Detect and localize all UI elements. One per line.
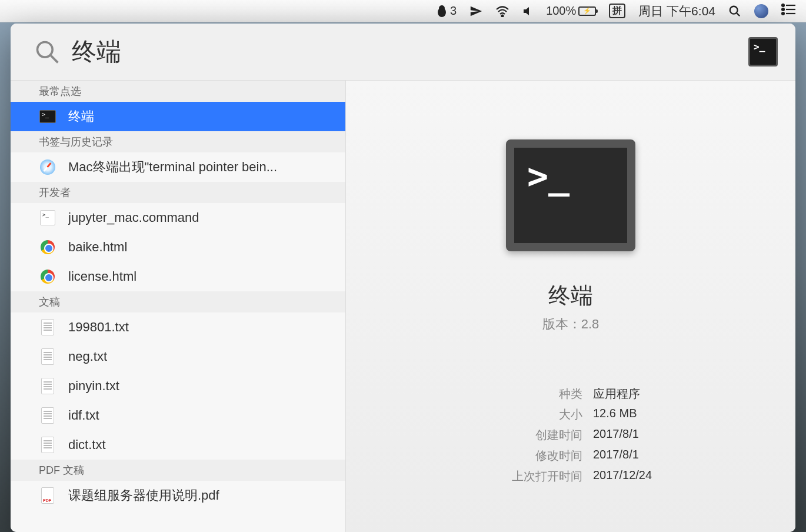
detail-label: 上次打开时间	[381, 468, 593, 484]
text-file-icon	[41, 348, 54, 365]
detail-row: 修改时间2017/8/1	[381, 448, 760, 464]
detail-row: 大小12.6 MB	[381, 407, 760, 423]
result-row[interactable]: >_终端	[11, 102, 345, 131]
svg-point-11	[38, 42, 53, 58]
section-header: 最常点选	[11, 81, 345, 102]
svg-line-4	[737, 12, 740, 16]
svg-point-2	[502, 15, 504, 16]
datetime[interactable]: 周日 下午6:04	[638, 3, 715, 19]
preview-title: 终端	[548, 281, 593, 311]
result-label: dict.txt	[68, 437, 106, 453]
qq-badge: 3	[450, 4, 457, 18]
result-row[interactable]: neg.txt	[11, 342, 345, 371]
result-label: baike.html	[68, 240, 127, 255]
chrome-icon	[41, 240, 55, 254]
section-header: 书签与历史记录	[11, 131, 345, 152]
svg-point-7	[782, 8, 784, 11]
preview-details: 种类应用程序大小12.6 MB创建时间2017/8/1修改时间2017/8/1上…	[346, 386, 795, 489]
result-row[interactable]: license.html	[11, 262, 345, 291]
section-header: PDF 文稿	[11, 460, 345, 481]
svg-point-1	[439, 5, 445, 11]
siri-icon[interactable]	[754, 4, 768, 18]
search-header: 终端 >_	[11, 24, 795, 80]
result-row[interactable]: idf.txt	[11, 401, 345, 430]
detail-value: 2017/8/1	[593, 448, 639, 464]
result-label: 终端	[68, 108, 94, 125]
results-panel: 最常点选>_终端书签与历史记录Mac终端出现"terminal pointer …	[11, 81, 346, 532]
detail-row: 创建时间2017/8/1	[381, 427, 760, 443]
terminal-app-icon: >_	[506, 139, 635, 251]
qq-status[interactable]: 3	[436, 4, 457, 18]
detail-label: 大小	[381, 407, 593, 423]
terminal-icon: >_	[39, 110, 56, 123]
detail-value: 2017/8/1	[593, 427, 639, 443]
result-row[interactable]: 199801.txt	[11, 312, 345, 342]
section-header: 开发者	[11, 182, 345, 203]
send-icon[interactable]	[469, 5, 482, 18]
command-file-icon	[40, 210, 55, 225]
svg-point-5	[782, 4, 784, 6]
notification-center-icon[interactable]	[781, 4, 795, 18]
preview-version: 版本：2.8	[542, 315, 599, 333]
spotlight-window: 终端 >_ 最常点选>_终端书签与历史记录Mac终端出现"terminal po…	[11, 24, 795, 532]
result-label: idf.txt	[68, 408, 99, 423]
battery-status[interactable]: 100% ⚡	[546, 4, 596, 18]
preview-panel: >_ 终端 版本：2.8 种类应用程序大小12.6 MB创建时间2017/8/1…	[346, 81, 795, 532]
text-file-icon	[41, 319, 54, 335]
result-label: 199801.txt	[68, 320, 129, 335]
menubar: 3 100% ⚡ 拼 周日 下午6:04	[0, 0, 806, 22]
wifi-icon[interactable]	[495, 5, 509, 17]
search-input[interactable]: 终端	[72, 35, 748, 68]
svg-point-3	[730, 6, 738, 14]
text-file-icon	[41, 407, 54, 424]
spotlight-menubar-icon[interactable]	[728, 5, 741, 18]
result-row[interactable]: 课题组服务器使用说明.pdf	[11, 481, 345, 510]
detail-value: 2017/12/24	[593, 468, 652, 484]
result-label: jupyter_mac.command	[68, 210, 199, 225]
app-icon-thumbnail: >_	[748, 37, 778, 66]
detail-row: 上次打开时间2017/12/24	[381, 468, 760, 484]
result-row[interactable]: dict.txt	[11, 430, 345, 460]
battery-percent: 100%	[546, 4, 576, 18]
result-row[interactable]: pinyin.txt	[11, 371, 345, 401]
result-label: pinyin.txt	[68, 378, 119, 394]
result-label: Mac终端出现"terminal pointer bein...	[68, 158, 277, 176]
result-label: 课题组服务器使用说明.pdf	[68, 487, 219, 504]
svg-line-12	[51, 55, 58, 62]
detail-label: 修改时间	[381, 448, 593, 464]
detail-row: 种类应用程序	[381, 386, 760, 402]
search-icon	[34, 39, 60, 65]
safari-icon	[40, 159, 55, 175]
text-file-icon	[41, 437, 54, 453]
detail-value: 12.6 MB	[593, 407, 637, 423]
chrome-icon	[41, 270, 55, 284]
pdf-file-icon	[41, 487, 54, 504]
result-label: neg.txt	[68, 349, 107, 364]
text-file-icon	[41, 378, 54, 394]
svg-point-9	[782, 12, 784, 15]
penguin-icon	[436, 5, 448, 18]
detail-label: 创建时间	[381, 427, 593, 443]
section-header: 文稿	[11, 291, 345, 312]
result-row[interactable]: jupyter_mac.command	[11, 203, 345, 232]
spotlight-body: 最常点选>_终端书签与历史记录Mac终端出现"terminal pointer …	[11, 80, 795, 532]
result-label: license.html	[68, 269, 136, 284]
detail-label: 种类	[381, 386, 593, 402]
input-method-indicator[interactable]: 拼	[609, 4, 625, 18]
detail-value: 应用程序	[593, 386, 640, 402]
battery-icon: ⚡	[578, 6, 596, 16]
result-row[interactable]: baike.html	[11, 232, 345, 262]
result-row[interactable]: Mac终端出现"terminal pointer bein...	[11, 152, 345, 182]
volume-icon[interactable]	[522, 6, 533, 16]
